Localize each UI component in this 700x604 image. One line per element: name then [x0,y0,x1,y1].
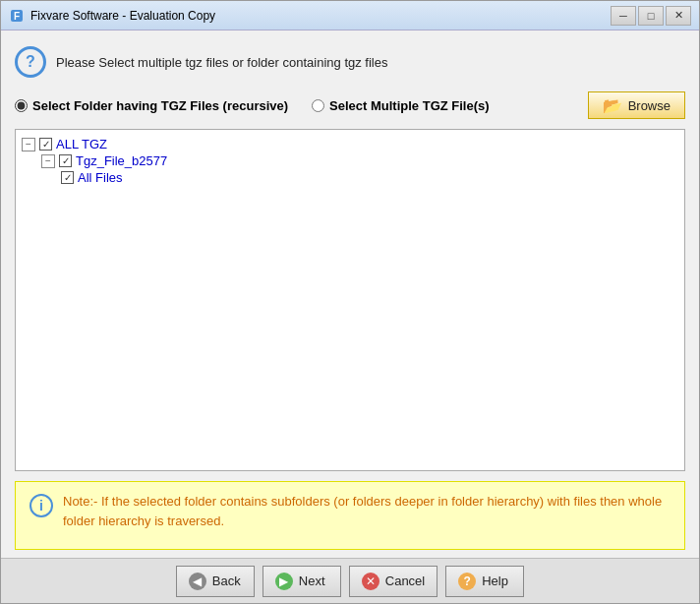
note-highlight: traversed [167,513,220,528]
back-button[interactable]: ◀ Back [176,566,255,597]
tree-item-folder[interactable]: − Tgz_File_b2577 [41,152,678,169]
radio-folder-text: Select Folder having TGZ Files (recursiv… [32,98,288,113]
title-bar: F Fixvare Software - Evaluation Copy ─ □… [1,1,699,30]
tree-toggle-folder[interactable]: − [41,154,55,168]
tree-checkbox-folder[interactable] [59,154,72,167]
footer-bar: ◀ Back ▶ Next ✕ Cancel ? Help [1,558,699,603]
note-info-icon: i [29,494,53,517]
radio-files[interactable] [312,99,324,112]
tree-children-folder: All Files [61,169,678,186]
options-row: Select Folder having TGZ Files (recursiv… [15,91,685,119]
tree-item-allfiles[interactable]: All Files [61,169,678,186]
note-text-after: . [220,513,224,528]
tree-panel: − ALL TGZ − Tgz_File_b2577 All Files [15,129,685,471]
browse-icon: 📂 [603,96,622,115]
maximize-button[interactable]: □ [638,6,664,26]
tree-item-root[interactable]: − ALL TGZ [22,136,678,152]
cancel-label: Cancel [385,574,425,588]
content-area: ? Please Select multiple tgz files or fo… [1,30,699,558]
tree-label-allfiles[interactable]: All Files [78,170,123,185]
back-label: Back [212,574,241,588]
radio-files-text: Select Multiple TGZ File(s) [329,98,490,113]
tree-checkbox-allfiles[interactable] [61,171,74,184]
tree-children-root: − Tgz_File_b2577 All Files [41,152,678,186]
header-section: ? Please Select multiple tgz files or fo… [15,42,685,82]
note-text-before: Note:- If the selected folder contains s… [63,494,662,528]
note-box: i Note:- If the selected folder contains… [15,481,685,550]
radio-files-label[interactable]: Select Multiple TGZ File(s) [312,98,490,113]
next-label: Next [299,574,325,588]
browse-label: Browse [628,98,671,113]
help-label: Help [482,574,508,588]
tree-checkbox-root[interactable] [39,138,52,151]
window-controls: ─ □ ✕ [611,6,691,26]
next-button[interactable]: ▶ Next [262,566,341,597]
cancel-button[interactable]: ✕ Cancel [349,566,438,597]
help-icon: ? [458,573,476,590]
minimize-button[interactable]: ─ [611,6,636,26]
cancel-icon: ✕ [362,573,379,590]
svg-text:F: F [14,11,20,22]
tree-label-folder[interactable]: Tgz_File_b2577 [76,153,167,168]
radio-folder-label[interactable]: Select Folder having TGZ Files (recursiv… [15,98,288,113]
next-icon: ▶ [275,573,293,590]
tree-label-root[interactable]: ALL TGZ [56,137,107,151]
close-button[interactable]: ✕ [666,6,691,26]
help-button[interactable]: ? Help [445,566,524,597]
header-text: Please Select multiple tgz files or fold… [56,55,387,70]
browse-button[interactable]: 📂 Browse [588,91,685,119]
note-text: Note:- If the selected folder contains s… [63,492,671,530]
info-icon-large: ? [15,46,46,78]
window-title: Fixvare Software - Evaluation Copy [30,9,611,23]
back-icon: ◀ [189,573,206,590]
main-window: F Fixvare Software - Evaluation Copy ─ □… [0,0,700,604]
app-icon: F [9,8,25,24]
tree-toggle-root[interactable]: − [22,138,35,151]
radio-folder[interactable] [15,99,28,112]
